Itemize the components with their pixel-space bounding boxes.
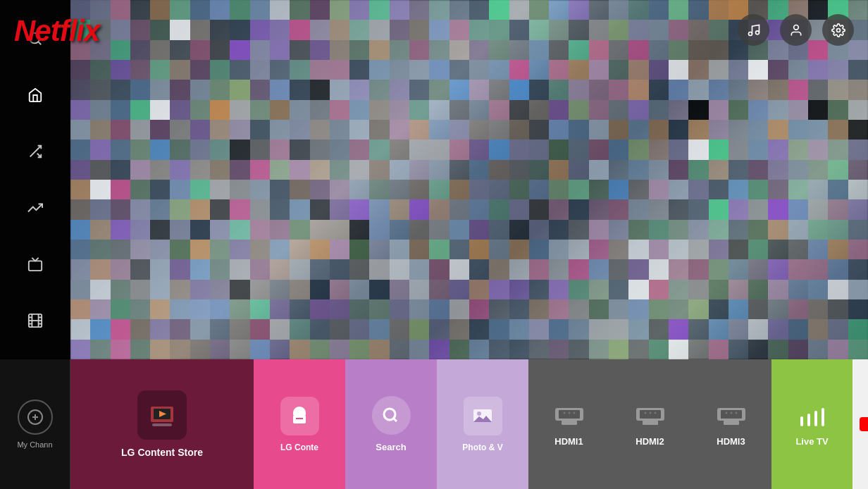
- sidebar-icon-shuffle[interactable]: [21, 137, 49, 166]
- svg-rect-43: [724, 421, 739, 425]
- svg-point-15: [836, 28, 840, 32]
- mychannel-icon: [18, 400, 53, 435]
- taskbar: My Chann LG Content Store LG Conte: [0, 359, 868, 489]
- mychannel-label: My Chann: [17, 440, 52, 449]
- music-button[interactable]: [738, 14, 769, 46]
- svg-point-33: [568, 411, 570, 414]
- hdmi2-label: HDMI2: [636, 436, 664, 447]
- hdmi1-icon: [550, 402, 588, 431]
- lg-content2-icon: [280, 397, 319, 435]
- sidebar-icon-movies[interactable]: [21, 307, 49, 335]
- taskbar-item-hdmi2[interactable]: HDMI2: [609, 359, 690, 489]
- taskbar-item-livetv[interactable]: Live TV: [771, 359, 852, 489]
- svg-point-46: [735, 411, 737, 414]
- user-button[interactable]: [780, 14, 812, 46]
- sidebar-icon-trending[interactable]: [21, 194, 49, 222]
- svg-rect-3: [29, 261, 42, 271]
- svg-point-40: [654, 411, 656, 414]
- svg-rect-37: [643, 421, 658, 425]
- svg-point-44: [725, 411, 727, 414]
- settings-button[interactable]: [822, 14, 854, 46]
- svg-rect-24: [296, 418, 303, 419]
- photo-label: Photo & V: [462, 442, 502, 452]
- search-label: Search: [376, 442, 406, 452]
- taskbar-item-mychannel[interactable]: My Chann: [0, 359, 70, 489]
- svg-point-27: [477, 411, 481, 416]
- top-right-icons: [738, 14, 854, 46]
- hdmi3-label: HDMI3: [717, 436, 745, 447]
- photo-icon: [464, 397, 502, 435]
- sidebar-icon-home[interactable]: [21, 81, 49, 109]
- lg-content2-label: LG Conte: [280, 442, 318, 452]
- taskbar-item-lg-content-store[interactable]: LG Content Store: [70, 359, 254, 489]
- hdmi3-icon: [712, 402, 750, 431]
- taskbar-item-hdmi3[interactable]: HDMI3: [690, 359, 771, 489]
- svg-rect-36: [640, 410, 661, 419]
- svg-rect-31: [562, 421, 577, 425]
- svg-rect-30: [559, 410, 580, 419]
- lg-content-store-label: LG Content Store: [121, 447, 203, 458]
- taskbar-item-youtube[interactable]: YouTube: [852, 359, 868, 489]
- taskbar-item-photo[interactable]: Photo & V: [437, 359, 528, 489]
- svg-point-34: [573, 411, 575, 414]
- lg-content-store-icon: [137, 390, 187, 440]
- svg-point-12: [748, 32, 752, 35]
- svg-point-13: [755, 30, 759, 34]
- youtube-logo: YouTube: [860, 417, 868, 431]
- svg-point-14: [793, 25, 798, 30]
- taskbar-item-search[interactable]: Search: [345, 359, 437, 489]
- svg-rect-42: [721, 410, 742, 419]
- taskbar-item-lg-content2[interactable]: LG Conte: [254, 359, 345, 489]
- netflix-logo: Netflix: [14, 14, 99, 48]
- sidebar-icon-tv[interactable]: [21, 250, 49, 278]
- main-content-area: [0, 0, 868, 359]
- livetv-label: Live TV: [795, 436, 828, 447]
- svg-point-39: [649, 411, 651, 414]
- svg-point-45: [730, 411, 732, 414]
- search-icon: [372, 396, 411, 435]
- livetv-icon: [793, 402, 831, 431]
- svg-point-38: [644, 411, 646, 414]
- svg-point-32: [563, 411, 565, 414]
- svg-rect-22: [152, 423, 172, 426]
- youtube-icon: [860, 417, 868, 431]
- mosaic-overlay: [70, 0, 868, 359]
- hdmi1-label: HDMI1: [554, 436, 583, 447]
- taskbar-item-hdmi1[interactable]: HDMI1: [528, 359, 609, 489]
- hdmi2-icon: [631, 402, 669, 431]
- left-sidebar: [0, 0, 70, 359]
